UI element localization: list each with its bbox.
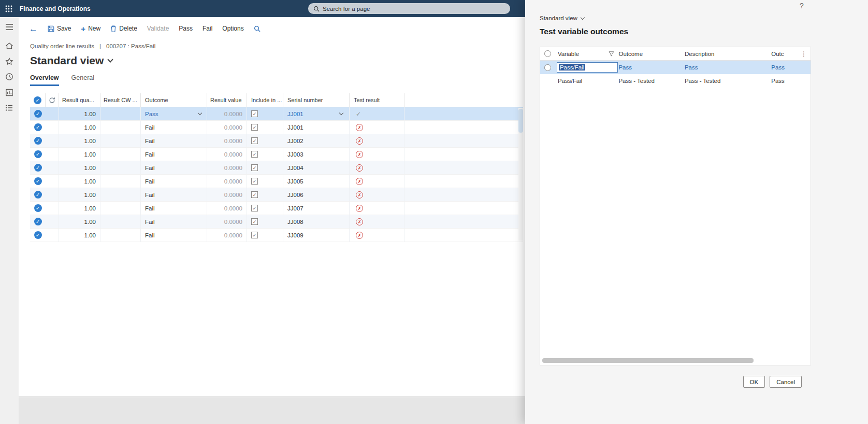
col-result-value[interactable]: Result value [207,93,247,107]
description-cell[interactable]: Pass - Tested [685,74,771,88]
include-checkbox[interactable]: ✓ [251,110,258,117]
row-radio-cell[interactable] [540,61,556,74]
result-cw-cell[interactable] [100,229,141,242]
outcome-cell[interactable]: Fail [141,134,207,147]
result-quantity-cell[interactable]: 1.00 [59,161,100,174]
select-all-icon[interactable]: ✓ [34,96,41,104]
col-description[interactable]: Description [685,47,771,61]
result-value-cell[interactable]: 0.0000 [207,134,247,147]
table-row[interactable]: ✓1.00Fail0.0000✓JJ006✗ [30,188,523,202]
result-cw-cell[interactable] [100,175,141,188]
outcome-row[interactable]: Pass/Fail Pass Pass Pass [540,61,811,74]
outcome-cell[interactable]: Fail [141,161,207,174]
home-icon[interactable] [0,38,19,53]
table-row[interactable]: ✓1.00Fail0.0000✓JJ005✗ [30,175,523,188]
row-select-cell[interactable]: ✓ [30,107,46,120]
result-quantity-cell[interactable]: 1.00 [59,107,100,120]
result-quantity-cell[interactable]: 1.00 [59,121,100,134]
row-select-cell[interactable]: ✓ [30,148,46,161]
include-checkbox[interactable]: ✓ [251,151,258,158]
include-checkbox[interactable]: ✓ [251,178,258,185]
row-select-cell[interactable]: ✓ [30,215,46,228]
result-quantity-cell[interactable]: 1.00 [59,134,100,147]
table-row[interactable]: ✓1.00Fail0.0000✓JJ003✗ [30,148,523,161]
row-select-cell[interactable]: ✓ [30,202,46,215]
result-cw-cell[interactable] [100,107,141,120]
row-select-cell[interactable]: ✓ [30,229,46,242]
row-select-cell[interactable]: ✓ [30,175,46,188]
cancel-button[interactable]: Cancel [770,376,802,388]
include-cell[interactable]: ✓ [247,148,283,161]
col-outcome[interactable]: Outcome [141,93,207,107]
table-row[interactable]: ✓1.00Fail0.0000✓JJ007✗ [30,202,523,215]
include-checkbox[interactable]: ✓ [251,137,258,144]
col-include[interactable]: Include in ... [247,93,283,107]
back-button[interactable]: ← [29,24,38,33]
result-value-cell[interactable]: 0.0000 [207,229,247,242]
refresh-cell[interactable] [46,93,59,107]
variable-cell[interactable]: Pass/Fail [556,61,619,74]
modules-list-icon[interactable] [0,100,19,116]
outcome-cell[interactable]: Fail [141,148,207,161]
outcome-cell[interactable]: Fail [141,215,207,228]
result-cw-cell[interactable] [100,215,141,228]
row-select-cell[interactable]: ✓ [30,188,46,201]
outcome-cell[interactable]: Fail [141,121,207,134]
result-cw-cell[interactable] [100,148,141,161]
table-row[interactable]: ✓1.00Fail0.0000✓JJ004✗ [30,161,523,175]
table-row[interactable]: ✓1.00Fail0.0000✓JJ009✗ [30,229,523,242]
serial-number-cell[interactable]: JJ009 [283,229,350,242]
result-cw-cell[interactable] [100,121,141,134]
include-checkbox[interactable]: ✓ [251,205,258,211]
col-outc[interactable]: Outc [771,47,797,61]
toolbar-search-button[interactable] [254,25,261,32]
table-row[interactable]: ✓1.00Fail0.0000✓JJ001✗ [30,121,523,134]
select-all-cell[interactable]: ✓ [30,93,46,107]
result-value-cell[interactable]: 0.0000 [207,202,247,215]
tab-overview[interactable]: Overview [30,74,59,86]
outcome-cell[interactable]: Pass [618,61,685,74]
include-cell[interactable]: ✓ [247,229,283,242]
description-cell[interactable]: Pass [685,61,771,74]
serial-number-cell[interactable]: JJ001 [283,107,350,120]
horizontal-scrollbar[interactable] [542,358,808,363]
delete-button[interactable]: Delete [110,25,137,32]
more-options-icon[interactable]: ⋮ [797,47,811,61]
row-select-cell[interactable]: ✓ [30,161,46,174]
include-cell[interactable]: ✓ [247,121,283,134]
include-checkbox[interactable]: ✓ [251,164,258,171]
result-value-cell[interactable]: 0.0000 [207,121,247,134]
include-checkbox[interactable]: ✓ [251,218,258,225]
result-quantity-cell[interactable]: 1.00 [59,188,100,201]
include-cell[interactable]: ✓ [247,188,283,201]
favorites-star-icon[interactable] [0,53,19,69]
col-result-cw[interactable]: Result CW ... [100,93,141,107]
header-radio-cell[interactable] [540,47,556,61]
outcome-row[interactable]: Pass/Fail Pass - Tested Pass - Tested Pa… [540,74,811,88]
result-quantity-cell[interactable]: 1.00 [59,175,100,188]
outcome-cell[interactable]: Pass - Tested [618,74,685,88]
ok-button[interactable]: OK [743,376,765,388]
col-result-quantity[interactable]: Result qua... [59,93,100,107]
serial-number-cell[interactable]: JJ007 [283,202,350,215]
result-value-cell[interactable]: 0.0000 [207,175,247,188]
table-row[interactable]: ✓1.00Fail0.0000✓JJ008✗ [30,215,523,229]
serial-number-cell[interactable]: JJ003 [283,148,350,161]
table-row[interactable]: ✓1.00Fail0.0000✓JJ002✗ [30,134,523,148]
col-variable[interactable]: Variable [556,47,619,61]
outcome-cell[interactable]: Fail [141,188,207,201]
vertical-scrollbar[interactable] [518,108,523,241]
include-cell[interactable]: ✓ [247,134,283,147]
include-cell[interactable]: ✓ [247,161,283,174]
col-serial-number[interactable]: Serial number [283,93,350,107]
include-checkbox[interactable]: ✓ [251,232,258,238]
outcome-cell[interactable]: Fail [141,175,207,188]
outcome-cell[interactable]: Fail [141,229,207,242]
result-quantity-cell[interactable]: 1.00 [59,215,100,228]
result-cw-cell[interactable] [100,188,141,201]
serial-number-cell[interactable]: JJ001 [283,121,350,134]
result-value-cell[interactable]: 0.0000 [207,107,247,120]
hamburger-menu-icon[interactable] [0,19,19,35]
help-icon[interactable]: ? [800,2,804,10]
serial-number-cell[interactable]: JJ005 [283,175,350,188]
